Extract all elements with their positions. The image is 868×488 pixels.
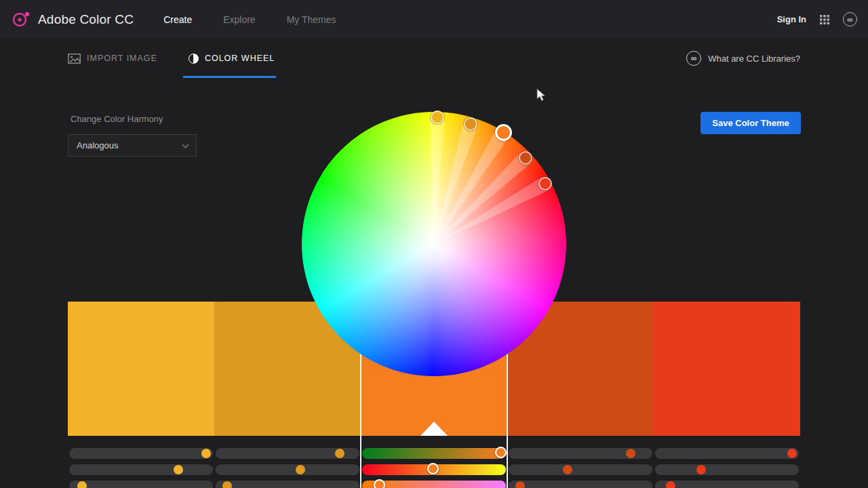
wheel-handle-5[interactable]: [538, 177, 552, 190]
slider-b-swatch-3[interactable]: [362, 481, 506, 488]
cc-libraries-label: What are CC Libraries?: [708, 54, 800, 64]
slider-dot[interactable]: [201, 449, 211, 458]
harmony-dropdown[interactable]: Analogous: [68, 134, 197, 157]
swatch-5[interactable]: [654, 302, 800, 436]
tab-list: IMPORT IMAGECOLOR WHEEL: [68, 39, 275, 78]
swatch-1[interactable]: [68, 302, 214, 436]
slider-g-swatch-3[interactable]: [362, 464, 506, 475]
creative-cloud-icon[interactable]: ∞: [843, 12, 857, 26]
tab-label: COLOR WHEEL: [205, 54, 275, 63]
slider-b-swatch-5[interactable]: [655, 481, 799, 488]
slider-g-swatch-5[interactable]: [655, 464, 799, 475]
topbar: Adobe Color CC CreateExploreMy Themes Si…: [0, 0, 868, 39]
slider-dot[interactable]: [335, 449, 344, 458]
mouse-cursor: [536, 88, 547, 103]
image-icon: [68, 54, 81, 64]
wheel-handle-3[interactable]: [495, 124, 512, 141]
wheel-handle-1[interactable]: [431, 110, 444, 124]
tab-color-wheel[interactable]: COLOR WHEEL: [189, 39, 275, 78]
slider-dot[interactable]: [77, 481, 87, 488]
brand-title: Adobe Color CC: [38, 12, 134, 27]
slider-dot[interactable]: [666, 481, 675, 488]
tab-label: IMPORT IMAGE: [87, 54, 157, 63]
slider-b-swatch-4[interactable]: [509, 481, 652, 488]
cc-libraries-link[interactable]: ∞ What are CC Libraries?: [686, 51, 800, 66]
slider-b-swatch-2[interactable]: [216, 481, 359, 488]
slider-g-swatch-2[interactable]: [216, 464, 359, 475]
color-wheel-icon: [189, 54, 199, 64]
nav-item-create[interactable]: Create: [163, 14, 192, 25]
slider-r-swatch-5[interactable]: [655, 448, 799, 459]
slider-handle[interactable]: [374, 479, 385, 488]
slider-r-swatch-1[interactable]: [69, 448, 213, 459]
slider-dot[interactable]: [222, 481, 232, 488]
slider-g-swatch-4[interactable]: [509, 464, 652, 475]
wheel-handle-2[interactable]: [464, 117, 477, 131]
wheel-handle-4[interactable]: [519, 151, 532, 165]
slider-dot[interactable]: [515, 481, 525, 488]
slider-dot[interactable]: [787, 449, 797, 458]
main-nav: CreateExploreMy Themes: [163, 14, 336, 25]
slider-r-swatch-2[interactable]: [216, 448, 359, 459]
adobe-color-app: Adobe Color CC CreateExploreMy Themes Si…: [0, 0, 868, 488]
slider-dot[interactable]: [696, 465, 706, 474]
color-wheel[interactable]: [302, 112, 566, 376]
sign-in-link[interactable]: Sign In: [777, 14, 806, 24]
slider-dot[interactable]: [563, 465, 572, 474]
slider-handle[interactable]: [427, 463, 439, 474]
tabbar: IMPORT IMAGECOLOR WHEEL ∞ What are CC Li…: [0, 39, 868, 78]
harmony-selected-value: Analogous: [77, 140, 118, 150]
creative-cloud-libraries-icon: ∞: [686, 51, 701, 66]
slider-r-swatch-4[interactable]: [509, 448, 652, 459]
slider-dot[interactable]: [296, 465, 305, 474]
slider-dot[interactable]: [626, 449, 635, 458]
slider-r-swatch-3[interactable]: [362, 448, 506, 459]
brand[interactable]: Adobe Color CC: [11, 10, 134, 28]
selected-swatch-pointer: [420, 422, 448, 436]
topbar-right: Sign In ∞: [777, 12, 857, 26]
slider-b-swatch-1[interactable]: [69, 481, 213, 488]
harmony-label: Change Color Harmony: [71, 114, 163, 124]
slider-dot[interactable]: [174, 465, 183, 474]
slider-g-swatch-1[interactable]: [69, 464, 213, 475]
tab-import-image[interactable]: IMPORT IMAGE: [68, 39, 157, 78]
save-color-theme-button[interactable]: Save Color Theme: [701, 112, 801, 134]
adobe-color-logo: [11, 10, 31, 28]
nav-item-my-themes[interactable]: My Themes: [287, 14, 336, 25]
slider-handle[interactable]: [495, 447, 507, 458]
apps-grid-icon[interactable]: [820, 15, 829, 24]
nav-item-explore[interactable]: Explore: [223, 14, 255, 25]
chevron-down-icon: [182, 141, 189, 148]
